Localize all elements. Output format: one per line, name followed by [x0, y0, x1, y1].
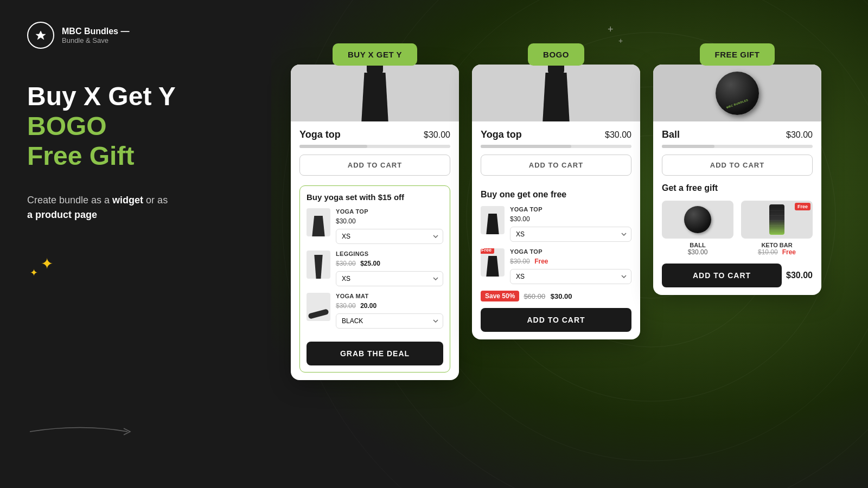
card3-body: Ball $30.00 ADD TO CART Get a free gift — [653, 121, 821, 295]
card2-add-to-cart-outline[interactable]: ADD TO CART — [481, 155, 631, 176]
free-gift-price-tag: $30.00 — [786, 271, 813, 280]
hero-title-3: Free Gift — [27, 141, 233, 171]
card2-bogo-title: Buy one get one free — [481, 190, 631, 200]
cards-area: BUY X GET Y Yoga top $30.00 ADD TO CART … — [260, 0, 868, 488]
bundle-item-leggings-img — [307, 251, 330, 279]
card-wrapper-buy-x-get-y: BUY X GET Y Yoga top $30.00 ADD TO CART … — [291, 43, 459, 380]
gift-item-keto: Free KETO BAR $10.00 Free — [741, 201, 813, 256]
free-gift-add-to-cart-button[interactable]: ADD TO CART — [662, 264, 782, 287]
save-badge: Save 50% — [481, 291, 519, 301]
ball-product-image — [716, 72, 759, 115]
card1-bundle-title: Buy yoga set with $15 off — [307, 192, 443, 202]
card3-product-image — [653, 65, 821, 121]
tab-bogo[interactable]: BOGO — [528, 43, 584, 66]
bogo-item1-img — [481, 206, 505, 234]
gift-item-keto-price: $10.00 Free — [741, 248, 813, 256]
hero-description: Create bundle as a widget or as a produc… — [27, 193, 233, 222]
bogo-item2-size[interactable]: XSSM — [510, 269, 631, 284]
sparkle-area: ✦ ✦ — [27, 255, 71, 287]
mini-keto-icon — [769, 204, 784, 235]
bogo-item1-name: YOGA TOP — [510, 206, 631, 213]
bundle-item-leggings-info: LEGGINGS $30.00 $25.00 XSSML — [336, 251, 443, 286]
bundle-item-yoga-top-img — [307, 208, 330, 236]
card2-product-silhouette — [539, 73, 574, 121]
card3-product-row: Ball $30.00 — [662, 129, 813, 140]
bundle-item-yoga-top-size[interactable]: XSSML — [336, 229, 443, 244]
mini-ball-icon — [684, 206, 711, 233]
save-prices: $60.00 $30.00 — [524, 292, 572, 300]
card2-product-row: Yoga top $30.00 — [481, 129, 631, 140]
bogo-item2-name: YOGA TOP — [510, 248, 631, 255]
card1-product-silhouette — [358, 73, 393, 121]
bogo-item-2: Free YOGA TOP $30.00 Free XSSM — [481, 248, 631, 284]
card1-product-price: $30.00 — [424, 130, 450, 140]
logo-text: MBC Bundles — Bundle & Save — [62, 27, 129, 44]
bundle-item-yoga-top-info: YOGA TOP $30.00 XSSML — [336, 208, 443, 244]
bundle-item-yoga-mat-img — [307, 293, 330, 321]
arrow-area — [27, 421, 136, 445]
left-panel: MBC Bundles — Bundle & Save Buy X Get Y … — [0, 0, 260, 488]
bundle-item-yoga-mat-name: YOGA MAT — [336, 293, 443, 299]
card2-progress-bar — [481, 145, 631, 148]
bogo-item1-info: YOGA TOP $30.00 XSSM — [510, 206, 631, 242]
card1-add-to-cart-outline[interactable]: ADD TO CART — [299, 155, 450, 176]
hero-product-page: a product page — [27, 209, 97, 220]
bundle-item-yoga-mat-info: YOGA MAT $30.00 20.00 BLACKBLUERED — [336, 293, 443, 329]
logo-area: MBC Bundles — Bundle & Save — [27, 22, 233, 49]
tab-buy-x-get-y[interactable]: BUY X GET Y — [333, 43, 417, 66]
hero-titles: Buy X Get Y BOGO Free Gift — [27, 81, 233, 171]
sparkle-small-icon: ✦ — [30, 267, 38, 279]
bundle-item-yoga-top-price: $30.00 — [336, 216, 443, 226]
bundle-item-leggings: LEGGINGS $30.00 $25.00 XSSML — [307, 251, 443, 286]
gift-free-badge: Free — [795, 203, 810, 210]
card2-product-image — [472, 65, 640, 121]
card1-product-image — [291, 65, 459, 121]
bogo-item-1: YOGA TOP $30.00 XSSM — [481, 206, 631, 242]
card1-bundle-section: Buy yoga set with $15 off YOGA TOP $30.0… — [299, 185, 450, 373]
logo-icon — [27, 22, 54, 49]
brand-sub: Bundle & Save — [62, 36, 129, 44]
hero-title-1: Buy X Get Y — [27, 81, 233, 111]
bundle-item-leggings-size[interactable]: XSSML — [336, 271, 443, 286]
tab-free-gift[interactable]: FREE GIFT — [700, 43, 775, 66]
free-gift-grid: BALL $30.00 Free KETO BAR — [662, 201, 813, 256]
card2-product-name: Yoga top — [481, 129, 522, 140]
bogo-item1-size[interactable]: XSSM — [510, 227, 631, 242]
card3-product-price: $30.00 — [786, 130, 813, 140]
card3-product-name: Ball — [662, 129, 680, 140]
gift-item-keto-img: Free — [741, 201, 813, 239]
card1-progress-bar — [299, 145, 450, 148]
gift-item-keto-name: KETO BAR — [741, 242, 813, 248]
grab-deal-button[interactable]: GRAB THE DEAL — [307, 342, 443, 365]
brand-name: MBC Bundles — — [62, 27, 129, 36]
bundle-item-leggings-name: LEGGINGS — [336, 251, 443, 257]
card3-add-to-cart-outline[interactable]: ADD TO CART — [662, 155, 813, 176]
card1-product-name: Yoga top — [299, 129, 341, 140]
card1-body: Yoga top $30.00 ADD TO CART Buy yoga set… — [291, 121, 459, 380]
card2-body: Yoga top $30.00 ADD TO CART Buy one get … — [472, 121, 640, 339]
bogo-add-to-cart-button[interactable]: ADD TO CART — [481, 308, 631, 332]
sparkle-big-icon: ✦ — [41, 255, 53, 273]
bundle-item-yoga-mat: YOGA MAT $30.00 20.00 BLACKBLUERED — [307, 293, 443, 329]
card3-free-gift-title: Get a free gift — [662, 183, 813, 193]
gift-item-ball: BALL $30.00 — [662, 201, 733, 256]
bogo-item2-img: Free — [481, 248, 505, 277]
card-free-gift: Ball $30.00 ADD TO CART Get a free gift — [653, 65, 821, 295]
card-wrapper-free-gift: FREE GIFT Ball $30.00 ADD TO CART Get a … — [653, 43, 821, 295]
card2-product-price: $30.00 — [605, 130, 631, 140]
hero-widget: widget — [112, 195, 143, 206]
bundle-item-leggings-price: $30.00 $25.00 — [336, 258, 443, 268]
hero-title-2: BOGO — [27, 111, 233, 141]
bogo-item2-info: YOGA TOP $30.00 Free XSSM — [510, 248, 631, 284]
card3-progress-fill — [662, 145, 714, 148]
card3-free-gift-section: Get a free gift BALL $30.00 — [662, 183, 813, 287]
bundle-item-yoga-mat-price: $30.00 20.00 — [336, 300, 443, 310]
card-buy-x-get-y: Yoga top $30.00 ADD TO CART Buy yoga set… — [291, 65, 459, 380]
card-wrapper-bogo: BOGO Yoga top $30.00 ADD TO CART Buy one… — [472, 43, 640, 339]
free-gift-cart-row: ADD TO CART $30.00 — [662, 264, 813, 287]
gift-item-ball-price: $30.00 — [662, 248, 733, 256]
bundle-item-yoga-top-name: YOGA TOP — [336, 208, 443, 215]
bundle-item-yoga-mat-color[interactable]: BLACKBLUERED — [336, 313, 443, 329]
card-bogo: Yoga top $30.00 ADD TO CART Buy one get … — [472, 65, 640, 339]
bundle-item-yoga-top: YOGA TOP $30.00 XSSML — [307, 208, 443, 244]
